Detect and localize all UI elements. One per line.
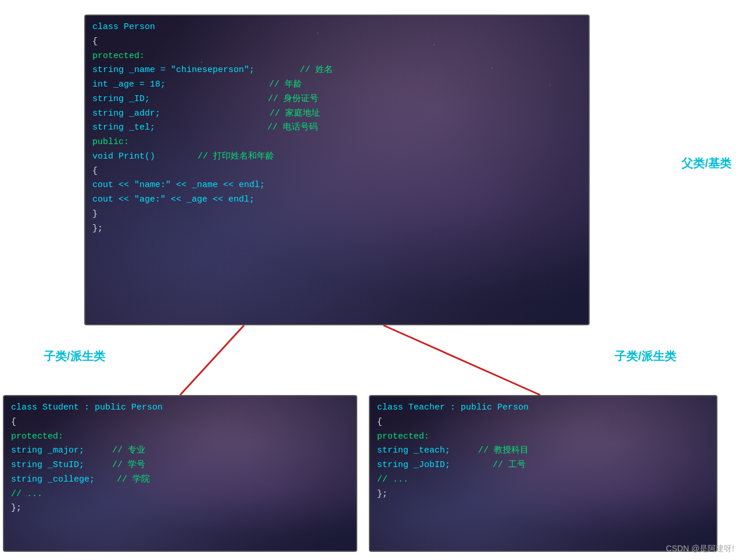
person-class-keyword: class Person: [92, 22, 155, 32]
student-major-decl: string _major;: [11, 446, 84, 455]
person-protected: protected:: [92, 51, 145, 61]
watermark: CSDN @是阿建呀!: [666, 544, 734, 554]
person-name-comment: // 姓名: [300, 65, 333, 75]
person-semicolon: };: [92, 224, 103, 234]
person-addr-comment: // 家庭地址: [270, 109, 320, 119]
person-tel-decl: string _tel;: [92, 123, 155, 132]
student-brace-open: {: [11, 417, 16, 427]
svg-line-0: [180, 325, 244, 395]
teacher-dots: // ...: [377, 475, 408, 484]
student-code-content: class Student : public Person { protecte…: [4, 396, 356, 520]
teacher-semicolon: };: [377, 489, 387, 499]
person-public: public:: [92, 137, 129, 147]
person-id-decl: string _ID;: [92, 94, 150, 104]
student-college-comment: // 学院: [117, 475, 150, 484]
diagram-container: class Person { protected: string _name =…: [0, 0, 743, 560]
teacher-teach-comment: // 教授科目: [478, 446, 529, 455]
student-dots: // ...: [11, 489, 42, 499]
teacher-jobid-decl: string _JobID;: [377, 460, 450, 470]
person-id-comment: // 身份证号: [268, 94, 318, 104]
student-protected: protected:: [11, 432, 63, 441]
teacher-class-box: class Teacher : public Person { protecte…: [369, 395, 717, 552]
parent-label: 父类/基类: [681, 156, 731, 171]
person-name-decl: string _name = "chineseperson";: [92, 65, 254, 75]
teacher-code-content: class Teacher : public Person { protecte…: [370, 396, 716, 506]
student-class-decl: class Student : public Person: [11, 403, 163, 412]
person-addr-decl: string _addr;: [92, 109, 160, 119]
person-cout-name: cout << "name:" << _name << endl;: [92, 180, 265, 190]
student-major-comment: // 专业: [112, 446, 145, 455]
student-class-box: class Student : public Person { protecte…: [3, 395, 357, 552]
person-brace-open: {: [92, 37, 98, 46]
svg-line-1: [383, 325, 540, 395]
person-age-decl: int _age = 18;: [92, 80, 166, 89]
person-print-comment: // 打印姓名和年龄: [198, 152, 274, 161]
student-stuid-comment: // 学号: [112, 460, 145, 470]
person-cout-age: cout << "age:" << _age << endl;: [92, 195, 254, 204]
teacher-protected: protected:: [377, 432, 429, 441]
person-print-decl: void Print(): [92, 152, 155, 161]
child-left-label: 子类/派生类: [44, 349, 105, 364]
person-class-box: class Person { protected: string _name =…: [84, 15, 590, 325]
teacher-brace-open: {: [377, 417, 382, 427]
person-age-comment: // 年龄: [269, 80, 302, 89]
student-stuid-decl: string _StuID;: [11, 460, 84, 470]
student-college-decl: string _college;: [11, 475, 95, 484]
person-code-content: class Person { protected: string _name =…: [85, 16, 588, 240]
person-tel-comment: // 电话号码: [267, 123, 318, 132]
person-print-brace-open: {: [92, 166, 98, 176]
teacher-teach-decl: string _teach;: [377, 446, 450, 455]
teacher-jobid-comment: // 工号: [493, 460, 526, 470]
teacher-class-decl: class Teacher : public Person: [377, 403, 529, 412]
person-print-brace-close: }: [92, 209, 98, 219]
student-semicolon: };: [11, 503, 21, 513]
child-right-label: 子类/派生类: [615, 349, 676, 364]
